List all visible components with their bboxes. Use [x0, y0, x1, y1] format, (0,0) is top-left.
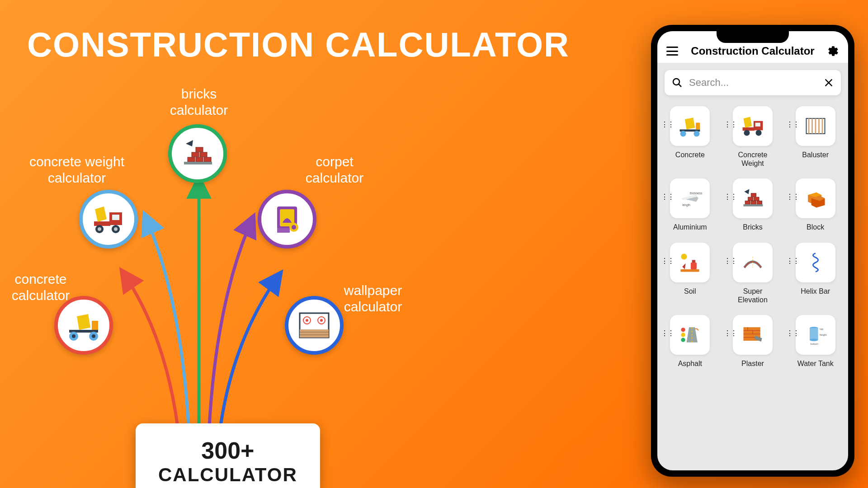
svg-point-66 [681, 328, 685, 332]
app-grid: ⋮⋮ Concrete ⋮⋮ Concrete Weight ⋮⋮ Balust… [665, 106, 841, 368]
svg-rect-61 [691, 263, 697, 269]
svg-point-38 [694, 131, 700, 136]
close-icon[interactable] [824, 78, 834, 88]
label-corpet: corpetcalculator [294, 154, 375, 186]
app-title: Construction Calculator [691, 45, 814, 57]
card-icon [796, 243, 835, 282]
bubble-wallpaper [285, 296, 344, 355]
drag-handle-icon[interactable]: ⋮⋮ [724, 123, 736, 126]
card-water-tank[interactable]: ⋮⋮ topheightbottom Water Tank [790, 315, 841, 368]
svg-rect-55 [757, 201, 762, 204]
svg-rect-15 [204, 157, 211, 162]
card-soil[interactable]: ⋮⋮ Soil [665, 243, 716, 304]
svg-text:thickness: thickness [690, 192, 703, 195]
drag-handle-icon[interactable]: ⋮⋮ [786, 332, 799, 334]
phone-screen: Construction Calculator Search... ⋮⋮ Con… [657, 31, 848, 470]
drag-handle-icon[interactable]: ⋮⋮ [724, 332, 736, 334]
svg-rect-53 [745, 201, 750, 204]
card-concrete[interactable]: ⋮⋮ Concrete [665, 106, 716, 168]
drag-handle-icon[interactable]: ⋮⋮ [786, 260, 799, 262]
svg-rect-14 [196, 157, 203, 162]
mixer-icon [66, 307, 102, 343]
svg-point-2 [72, 334, 75, 338]
svg-rect-19 [184, 162, 212, 164]
bubble-corpet [258, 190, 316, 249]
card-label: Concrete Weight [727, 150, 778, 168]
svg-rect-59 [743, 204, 763, 206]
card-icon [733, 178, 773, 218]
app-body: Search... ⋮⋮ Concrete ⋮⋮ Concrete Weight… [657, 63, 848, 375]
svg-text:height: height [820, 333, 827, 336]
bubble-concrete [54, 296, 113, 355]
svg-rect-39 [696, 123, 700, 130]
carpet-icon [269, 201, 305, 237]
svg-point-67 [681, 333, 685, 337]
svg-rect-25 [300, 329, 329, 338]
svg-point-29 [306, 319, 308, 322]
card-block[interactable]: ⋮⋮ Block [790, 178, 841, 231]
svg-rect-16 [192, 152, 199, 157]
svg-rect-58 [751, 193, 756, 197]
drag-handle-icon[interactable]: ⋮⋮ [724, 196, 736, 198]
bricks-icon [179, 136, 216, 172]
card-icon [733, 243, 773, 282]
card-icon [670, 243, 710, 282]
svg-point-4 [92, 334, 95, 338]
label-wallpaper: wallpapercalculator [332, 282, 414, 315]
card-icon [670, 106, 710, 146]
card-label: Bricks [743, 223, 763, 231]
card-icon [733, 106, 773, 146]
card-plaster[interactable]: ⋮⋮ Plaster [727, 315, 778, 368]
card-baluster[interactable]: ⋮⋮ Baluster [790, 106, 841, 168]
card-aluminium[interactable]: ⋮⋮ thicknesslength Aluminium [665, 178, 716, 231]
gear-icon[interactable] [827, 45, 839, 57]
drag-handle-icon[interactable]: ⋮⋮ [661, 123, 674, 126]
svg-line-33 [679, 84, 681, 87]
svg-rect-62 [692, 260, 695, 263]
svg-point-68 [681, 338, 685, 342]
card-bricks[interactable]: ⋮⋮ Bricks [727, 178, 778, 231]
card-label: Block [807, 223, 824, 231]
phone-mockup: Construction Calculator Search... ⋮⋮ Con… [651, 25, 854, 477]
svg-rect-76 [810, 328, 818, 340]
svg-rect-7 [112, 215, 119, 220]
label-bricks: brickscalculator [158, 86, 240, 118]
card-concrete-weight[interactable]: ⋮⋮ Concrete Weight [727, 106, 778, 168]
card-label: Helix Bar [801, 287, 830, 296]
drag-handle-icon[interactable]: ⋮⋮ [661, 332, 674, 334]
drag-handle-icon[interactable]: ⋮⋮ [724, 260, 736, 262]
menu-icon[interactable] [666, 47, 678, 56]
svg-rect-63 [681, 269, 699, 272]
drag-handle-icon[interactable]: ⋮⋮ [661, 260, 674, 262]
search-bar[interactable]: Search... [665, 70, 841, 95]
card-asphalt[interactable]: ⋮⋮ Asphalt [665, 315, 716, 368]
card-label: Water Tank [797, 359, 834, 368]
card-icon [796, 178, 835, 218]
svg-rect-41 [755, 123, 760, 127]
svg-rect-13 [188, 157, 195, 162]
phone-notch [717, 31, 789, 43]
card-icon: topheightbottom [796, 315, 835, 355]
svg-point-12 [114, 227, 118, 231]
svg-point-23 [292, 225, 296, 230]
svg-point-31 [320, 319, 323, 322]
card-label: Super Elevation [727, 287, 778, 304]
label-concrete: concretecalculator [0, 271, 81, 304]
wallpaper-icon [296, 310, 332, 341]
svg-rect-56 [748, 197, 753, 201]
card-label: Baluster [802, 150, 829, 159]
svg-point-32 [673, 79, 679, 85]
counter-number: 300+ [158, 437, 297, 464]
drag-handle-icon[interactable]: ⋮⋮ [786, 196, 799, 198]
search-icon [672, 77, 683, 88]
svg-point-43 [744, 130, 750, 136]
drag-handle-icon[interactable]: ⋮⋮ [786, 123, 799, 126]
drag-handle-icon[interactable]: ⋮⋮ [661, 196, 674, 198]
search-input[interactable]: Search... [689, 77, 817, 89]
svg-text:top: top [820, 328, 823, 330]
card-super-elevation[interactable]: ⋮⋮ Super Elevation [727, 243, 778, 304]
svg-rect-5 [92, 321, 98, 330]
bubble-bricks [168, 124, 227, 183]
card-helix-bar[interactable]: ⋮⋮ Helix Bar [790, 243, 841, 304]
truck-icon [90, 201, 127, 237]
